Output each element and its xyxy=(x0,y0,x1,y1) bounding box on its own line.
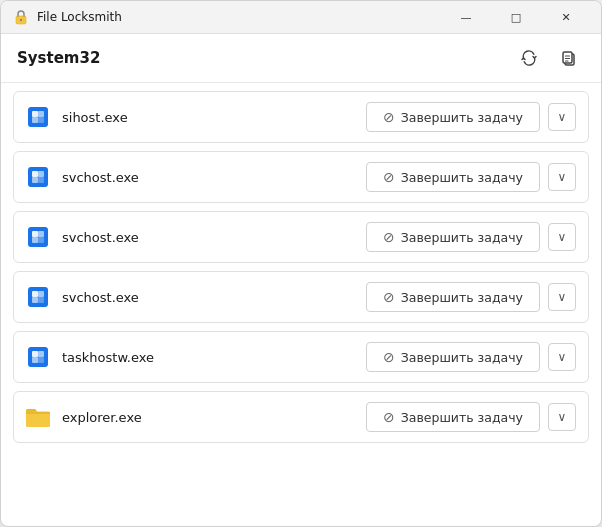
process-icon xyxy=(26,405,50,429)
maximize-button[interactable]: □ xyxy=(493,1,539,34)
chevron-down-icon: ∨ xyxy=(558,290,567,304)
svg-rect-28 xyxy=(32,351,38,357)
svg-rect-10 xyxy=(32,117,38,123)
end-task-button[interactable]: ⊘Завершить задачу xyxy=(366,162,540,192)
minimize-button[interactable]: — xyxy=(443,1,489,34)
process-icon xyxy=(26,345,50,369)
process-icon xyxy=(26,285,50,309)
svg-rect-30 xyxy=(32,357,38,363)
svg-rect-18 xyxy=(32,231,38,237)
cancel-icon: ⊘ xyxy=(383,409,395,425)
chevron-down-icon: ∨ xyxy=(558,230,567,244)
svg-rect-20 xyxy=(32,237,38,243)
svg-rect-21 xyxy=(38,237,44,243)
expand-button[interactable]: ∨ xyxy=(548,403,576,431)
svg-rect-12 xyxy=(28,167,48,187)
end-task-label: Завершить задачу xyxy=(401,290,523,305)
end-task-label: Завершить задачу xyxy=(401,230,523,245)
app-icon xyxy=(13,9,29,25)
process-icon xyxy=(26,225,50,249)
process-item: taskhostw.exe⊘Завершить задачу∨ xyxy=(13,331,589,383)
end-task-button[interactable]: ⊘Завершить задачу xyxy=(366,402,540,432)
process-name: svchost.exe xyxy=(62,170,366,185)
end-task-label: Завершить задачу xyxy=(401,110,523,125)
app-icon-blue xyxy=(27,346,49,368)
main-window: File Locksmith — □ ✕ System32 xyxy=(0,0,602,527)
cancel-icon: ⊘ xyxy=(383,349,395,365)
app-icon-blue xyxy=(27,106,49,128)
svg-rect-25 xyxy=(32,297,38,303)
svg-rect-24 xyxy=(38,291,44,297)
window-controls: — □ ✕ xyxy=(443,1,589,34)
process-name: svchost.exe xyxy=(62,230,366,245)
svg-rect-22 xyxy=(28,287,48,307)
process-name: sihost.exe xyxy=(62,110,366,125)
svg-rect-19 xyxy=(38,231,44,237)
app-icon-blue xyxy=(27,286,49,308)
svg-rect-16 xyxy=(38,177,44,183)
end-task-label: Завершить задачу xyxy=(401,350,523,365)
expand-button[interactable]: ∨ xyxy=(548,343,576,371)
end-task-button[interactable]: ⊘Завершить задачу xyxy=(366,102,540,132)
process-name: svchost.exe xyxy=(62,290,366,305)
process-item: svchost.exe⊘Завершить задачу∨ xyxy=(13,151,589,203)
svg-rect-17 xyxy=(28,227,48,247)
chevron-down-icon: ∨ xyxy=(558,110,567,124)
close-button[interactable]: ✕ xyxy=(543,1,589,34)
svg-rect-31 xyxy=(38,357,44,363)
svg-rect-32 xyxy=(26,412,50,427)
window-title: File Locksmith xyxy=(37,10,443,24)
svg-rect-29 xyxy=(38,351,44,357)
expand-button[interactable]: ∨ xyxy=(548,103,576,131)
cancel-icon: ⊘ xyxy=(383,109,395,125)
refresh-button[interactable] xyxy=(513,42,545,74)
app-icon-blue xyxy=(27,166,49,188)
svg-rect-15 xyxy=(32,177,38,183)
process-list: sihost.exe⊘Завершить задачу∨ svchost.exe… xyxy=(1,83,601,526)
process-item: svchost.exe⊘Завершить задачу∨ xyxy=(13,271,589,323)
refresh-icon xyxy=(520,49,538,67)
svg-rect-14 xyxy=(38,171,44,177)
expand-button[interactable]: ∨ xyxy=(548,163,576,191)
expand-button[interactable]: ∨ xyxy=(548,223,576,251)
svg-rect-11 xyxy=(38,117,44,123)
svg-rect-23 xyxy=(32,291,38,297)
process-item: explorer.exe⊘Завершить задачу∨ xyxy=(13,391,589,443)
process-name: explorer.exe xyxy=(62,410,366,425)
chevron-down-icon: ∨ xyxy=(558,350,567,364)
page-title: System32 xyxy=(17,49,100,67)
process-icon xyxy=(26,105,50,129)
svg-rect-9 xyxy=(38,111,44,117)
svg-rect-8 xyxy=(32,111,38,117)
svg-rect-33 xyxy=(26,412,50,414)
toolbar-actions xyxy=(513,42,585,74)
chevron-down-icon: ∨ xyxy=(558,170,567,184)
end-task-button[interactable]: ⊘Завершить задачу xyxy=(366,282,540,312)
svg-rect-13 xyxy=(32,171,38,177)
process-name: taskhostw.exe xyxy=(62,350,366,365)
process-item: sihost.exe⊘Завершить задачу∨ xyxy=(13,91,589,143)
svg-rect-7 xyxy=(28,107,48,127)
svg-rect-26 xyxy=(38,297,44,303)
end-task-label: Завершить задачу xyxy=(401,170,523,185)
end-task-button[interactable]: ⊘Завершить задачу xyxy=(366,222,540,252)
copy-icon xyxy=(560,49,578,67)
folder-icon xyxy=(26,407,50,427)
title-bar: File Locksmith — □ ✕ xyxy=(1,1,601,34)
process-item: svchost.exe⊘Завершить задачу∨ xyxy=(13,211,589,263)
end-task-label: Завершить задачу xyxy=(401,410,523,425)
cancel-icon: ⊘ xyxy=(383,169,395,185)
process-icon xyxy=(26,165,50,189)
cancel-icon: ⊘ xyxy=(383,229,395,245)
expand-button[interactable]: ∨ xyxy=(548,283,576,311)
cancel-icon: ⊘ xyxy=(383,289,395,305)
toolbar: System32 xyxy=(1,34,601,83)
end-task-button[interactable]: ⊘Завершить задачу xyxy=(366,342,540,372)
chevron-down-icon: ∨ xyxy=(558,410,567,424)
copy-button[interactable] xyxy=(553,42,585,74)
svg-rect-27 xyxy=(28,347,48,367)
svg-point-1 xyxy=(20,19,22,21)
app-icon-blue xyxy=(27,226,49,248)
